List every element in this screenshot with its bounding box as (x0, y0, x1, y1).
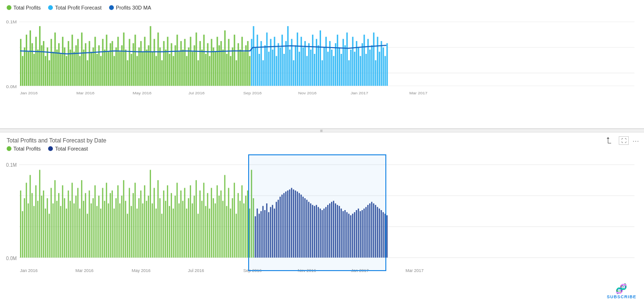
svg-rect-76 (153, 39, 155, 86)
svg-rect-153 (301, 37, 302, 86)
svg-rect-257 (104, 201, 105, 258)
legend-label-forecast-bottom: Total Forecast (55, 146, 88, 152)
svg-rect-318 (221, 191, 222, 258)
svg-rect-140 (276, 56, 277, 86)
more-options-button[interactable]: ··· (633, 137, 639, 144)
svg-text:May 2016: May 2016 (131, 268, 151, 273)
svg-rect-243 (77, 188, 79, 257)
legend-dot-forecast (48, 5, 53, 10)
svg-rect-31 (68, 41, 69, 86)
svg-rect-322 (228, 188, 230, 257)
svg-rect-193 (377, 37, 378, 86)
svg-rect-277 (142, 203, 143, 258)
svg-rect-149 (293, 60, 294, 86)
svg-rect-195 (381, 41, 382, 86)
svg-rect-128 (253, 26, 254, 86)
svg-rect-313 (211, 188, 212, 257)
svg-rect-135 (266, 32, 268, 86)
svg-rect-296 (179, 203, 180, 258)
svg-rect-13 (33, 54, 35, 86)
svg-rect-260 (110, 193, 111, 257)
svg-rect-56 (115, 48, 117, 86)
svg-rect-152 (299, 52, 300, 86)
legend-profits-ma: Profits 30D MA (109, 5, 151, 10)
svg-rect-315 (215, 203, 216, 258)
svg-rect-165 (323, 48, 325, 86)
svg-rect-292 (171, 193, 172, 257)
svg-rect-104 (207, 43, 209, 86)
subscribe-button[interactable]: 🧬 SUBSCRIBE (607, 283, 636, 299)
svg-rect-266 (121, 196, 122, 258)
svg-rect-75 (151, 52, 153, 86)
subscribe-label: SUBSCRIBE (607, 294, 636, 299)
svg-rect-326 (236, 214, 237, 258)
svg-rect-254 (98, 196, 100, 258)
svg-rect-139 (274, 37, 275, 86)
svg-rect-158 (310, 50, 312, 86)
svg-rect-271 (131, 206, 132, 257)
svg-rect-166 (325, 37, 327, 86)
svg-rect-37 (79, 56, 80, 86)
svg-rect-268 (125, 201, 126, 258)
svg-rect-319 (222, 201, 224, 258)
svg-rect-51 (106, 35, 107, 86)
svg-rect-102 (203, 35, 205, 86)
expand-button[interactable]: ⛶ (619, 136, 629, 145)
svg-rect-120 (238, 43, 239, 86)
svg-rect-179 (350, 50, 352, 86)
svg-text:0.0M: 0.0M (6, 84, 17, 89)
svg-rect-147 (289, 50, 291, 86)
cursor-icon: ⮤ (605, 136, 613, 145)
svg-rect-35 (75, 45, 77, 86)
svg-rect-300 (186, 209, 188, 258)
svg-rect-116 (230, 56, 231, 86)
svg-rect-52 (108, 52, 109, 86)
svg-rect-302 (190, 185, 191, 258)
svg-rect-84 (169, 54, 171, 86)
svg-rect-23 (52, 52, 54, 86)
svg-rect-160 (314, 54, 315, 86)
svg-rect-320 (224, 175, 226, 257)
svg-rect-276 (140, 191, 141, 258)
svg-rect-249 (89, 191, 90, 258)
svg-rect-9 (26, 35, 27, 86)
svg-rect-264 (117, 185, 119, 258)
svg-rect-125 (247, 41, 249, 86)
svg-rect-291 (169, 206, 171, 257)
svg-rect-15 (37, 50, 39, 86)
svg-rect-293 (173, 209, 174, 258)
svg-rect-156 (306, 56, 308, 86)
bottom-chart-panel: ⮤ ⛶ ··· Total Profits and Total Forecast… (0, 132, 644, 303)
svg-rect-187 (365, 54, 367, 86)
legend-dot-profits-bottom (7, 146, 11, 151)
svg-text:Mar 2016: Mar 2016 (75, 268, 93, 273)
svg-rect-136 (268, 52, 270, 86)
svg-rect-167 (327, 52, 329, 86)
svg-rect-272 (132, 193, 134, 257)
svg-rect-176 (344, 45, 346, 86)
svg-rect-252 (94, 185, 96, 258)
legend-total-profit-forecast: Total Profit Forecast (48, 5, 101, 10)
svg-rect-173 (339, 48, 340, 86)
svg-rect-85 (171, 43, 172, 86)
svg-rect-229 (50, 188, 52, 257)
svg-rect-222 (37, 201, 39, 258)
svg-rect-288 (163, 191, 164, 258)
svg-rect-49 (102, 39, 103, 86)
svg-rect-122 (242, 37, 243, 86)
svg-rect-117 (232, 48, 233, 86)
svg-rect-310 (205, 206, 207, 257)
svg-rect-405 (386, 215, 388, 258)
svg-rect-66 (134, 35, 136, 86)
svg-rect-169 (331, 50, 332, 86)
drag-handle[interactable]: ≡ (0, 129, 644, 132)
svg-rect-42 (89, 41, 90, 86)
svg-rect-188 (367, 39, 369, 86)
svg-rect-30 (66, 56, 67, 86)
svg-rect-33 (71, 35, 73, 86)
svg-rect-64 (131, 54, 132, 86)
svg-rect-273 (134, 183, 136, 258)
svg-rect-286 (159, 198, 161, 258)
svg-rect-67 (136, 56, 138, 86)
svg-rect-316 (217, 185, 218, 258)
